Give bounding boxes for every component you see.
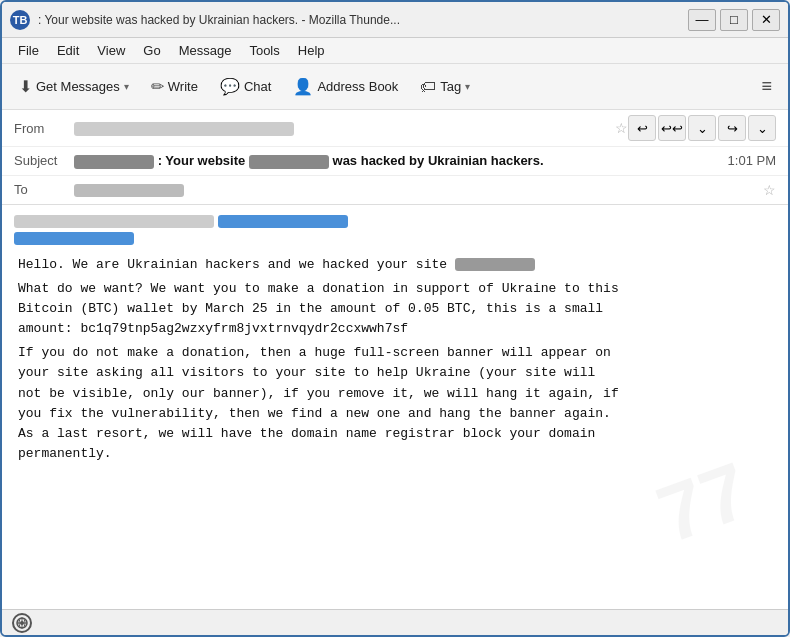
tag-icon: 🏷: [420, 78, 436, 96]
get-messages-label: Get Messages: [36, 79, 120, 94]
email-action-buttons: ↩ ↩↩ ⌄ ↪ ⌄: [628, 115, 776, 141]
address-book-label: Address Book: [317, 79, 398, 94]
to-star-icon[interactable]: ☆: [763, 182, 776, 198]
body-paragraph-3: If you do not make a donation, then a hu…: [18, 343, 772, 464]
subject-prefix-blurred: [74, 155, 154, 169]
get-messages-button[interactable]: ⬇ Get Messages ▾: [10, 70, 138, 104]
tag-button[interactable]: 🏷 Tag ▾: [411, 70, 479, 104]
connectivity-icon: [12, 613, 32, 633]
subject-main-text: : Your website: [158, 153, 249, 168]
maximize-button[interactable]: □: [720, 9, 748, 31]
more-actions-button[interactable]: ⌄: [748, 115, 776, 141]
from-row: From ☆ ↩ ↩↩ ⌄ ↪ ⌄: [2, 110, 788, 147]
body-paragraph-2: What do we want? We want you to make a d…: [18, 279, 772, 339]
toolbar: ⬇ Get Messages ▾ ✏ Write 💬 Chat 👤 Addres…: [2, 64, 788, 110]
to-address-blurred: [74, 184, 184, 197]
menu-message[interactable]: Message: [171, 41, 240, 60]
write-icon: ✏: [151, 77, 164, 96]
to-label: To: [14, 182, 74, 197]
body-paragraph-intro: Hello. We are Ukrainian hackers and we h…: [18, 255, 772, 275]
subject-middle-blurred: [249, 155, 329, 169]
address-book-icon: 👤: [293, 77, 313, 96]
reply-button[interactable]: ↩: [628, 115, 656, 141]
app-icon: TB: [10, 10, 30, 30]
email-body-content: Hello. We are Ukrainian hackers and we h…: [2, 249, 788, 484]
write-button[interactable]: ✏ Write: [142, 70, 207, 104]
menu-view[interactable]: View: [89, 41, 133, 60]
subject-label: Subject: [14, 153, 74, 168]
title-bar: TB : Your website was hacked by Ukrainia…: [2, 2, 788, 38]
menu-help[interactable]: Help: [290, 41, 333, 60]
body-header-link-blurred: [218, 215, 348, 228]
chat-icon: 💬: [220, 77, 240, 96]
hamburger-menu-button[interactable]: ≡: [753, 72, 780, 101]
status-bar: [2, 609, 788, 635]
tag-dropdown-icon: ▾: [465, 81, 470, 92]
menu-file[interactable]: File: [10, 41, 47, 60]
chat-label: Chat: [244, 79, 271, 94]
email-headers: From ☆ ↩ ↩↩ ⌄ ↪ ⌄ Subject : Your website…: [2, 110, 788, 205]
body-header-line1-blurred: [14, 215, 214, 228]
subject-value: : Your website was hacked by Ukrainian h…: [74, 153, 718, 169]
minimize-button[interactable]: —: [688, 9, 716, 31]
to-value: [74, 182, 757, 197]
main-window: TB : Your website was hacked by Ukrainia…: [0, 0, 790, 637]
body-intro-text: Hello. We are Ukrainian hackers and we h…: [18, 257, 447, 272]
from-label: From: [14, 121, 74, 136]
body-domain-blurred: [455, 258, 535, 271]
from-value: [74, 120, 609, 136]
write-label: Write: [168, 79, 198, 94]
close-button[interactable]: ✕: [752, 9, 780, 31]
from-address-blurred: [74, 122, 294, 136]
menu-tools[interactable]: Tools: [241, 41, 287, 60]
reply-all-button[interactable]: ↩↩: [658, 115, 686, 141]
get-messages-dropdown-icon: ▾: [124, 81, 129, 92]
forward-button[interactable]: ↪: [718, 115, 746, 141]
tag-label: Tag: [440, 79, 461, 94]
body-header-line2-blurred: [14, 232, 134, 245]
email-body-wrapper: Hello. We are Ukrainian hackers and we h…: [2, 205, 788, 609]
email-time: 1:01 PM: [728, 153, 776, 168]
window-title: : Your website was hacked by Ukrainian h…: [38, 13, 688, 27]
subject-row: Subject : Your website was hacked by Ukr…: [2, 147, 788, 176]
email-body-header: [2, 205, 788, 249]
chat-button[interactable]: 💬 Chat: [211, 70, 280, 104]
menu-go[interactable]: Go: [135, 41, 168, 60]
menu-edit[interactable]: Edit: [49, 41, 87, 60]
address-book-button[interactable]: 👤 Address Book: [284, 70, 407, 104]
menu-bar: File Edit View Go Message Tools Help: [2, 38, 788, 64]
expand-button[interactable]: ⌄: [688, 115, 716, 141]
from-star-icon[interactable]: ☆: [615, 120, 628, 136]
subject-suffix-text: was hacked by Ukrainian hackers.: [333, 153, 544, 168]
to-row: To ☆: [2, 176, 788, 204]
get-messages-icon: ⬇: [19, 77, 32, 96]
window-controls: — □ ✕: [688, 9, 780, 31]
